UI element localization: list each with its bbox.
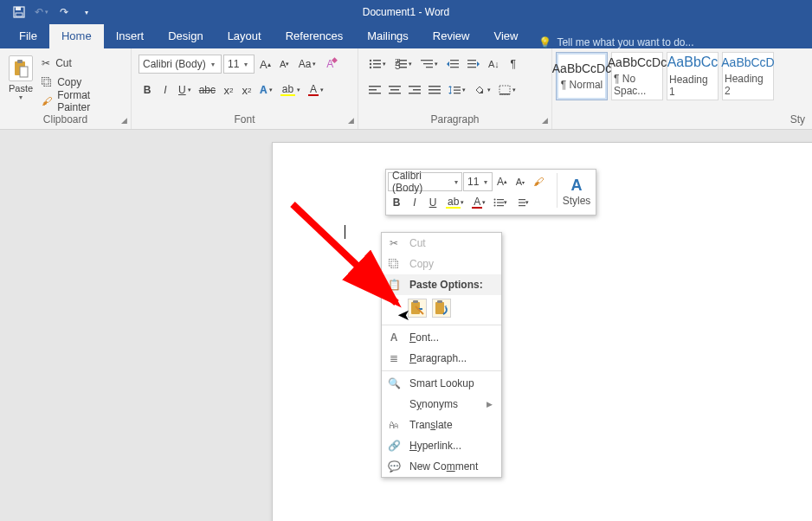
numbering-button[interactable]: 123▾ <box>391 55 416 74</box>
svg-rect-35 <box>409 93 421 94</box>
superscript-button[interactable]: x2 <box>238 80 255 100</box>
mini-format-painter[interactable]: 🖌 <box>530 172 547 191</box>
mini-italic[interactable]: I <box>406 193 423 212</box>
tab-references[interactable]: References <box>274 24 355 48</box>
group-clipboard: Paste ▾ ✂Cut ⿻Copy 🖌Format Painter Clipb… <box>0 48 132 129</box>
cut-button[interactable]: ✂Cut <box>38 55 126 71</box>
borders-button[interactable]: ▾ <box>495 80 519 100</box>
format-painter-button[interactable]: 🖌Format Painter <box>38 93 126 109</box>
svg-rect-11 <box>373 67 381 68</box>
shading-button[interactable]: ▾ <box>470 80 494 100</box>
italic-button[interactable]: I <box>157 80 174 100</box>
tab-file[interactable]: File <box>7 24 49 48</box>
undo-button[interactable]: ↶▾ <box>31 2 52 23</box>
redo-button[interactable]: ↷ <box>54 2 74 23</box>
ctx-translate[interactable]: 🗛Translate <box>382 415 501 435</box>
svg-rect-40 <box>454 87 461 87</box>
style-tile-heading1[interactable]: AaBbCc Heading 1 <box>667 52 719 100</box>
line-spacing-button[interactable]: ▾ <box>445 80 469 100</box>
svg-rect-36 <box>429 86 441 87</box>
ctx-new-comment[interactable]: 💬New Comment <box>382 456 501 477</box>
svg-rect-52 <box>519 203 525 203</box>
mini-styles-button[interactable]: A Styles <box>559 171 594 211</box>
mini-shrink-font[interactable]: A▾ <box>512 172 529 191</box>
clipboard-dialog-launcher[interactable]: ◢ <box>121 114 127 126</box>
align-center-button[interactable] <box>385 80 404 100</box>
svg-rect-22 <box>450 63 459 64</box>
svg-point-49 <box>494 205 496 207</box>
mini-bold[interactable]: B <box>388 193 405 212</box>
paste-dropdown[interactable]: ▾ <box>19 93 23 101</box>
svg-rect-20 <box>426 67 433 68</box>
mini-size-combo[interactable]: 11▾ <box>463 172 493 191</box>
ctx-paragraph[interactable]: ≣Paragraph... <box>382 348 501 369</box>
clear-formatting-button[interactable]: A◆ <box>321 55 338 74</box>
tab-design[interactable]: Design <box>156 24 215 48</box>
tab-mailings[interactable]: Mailings <box>355 24 421 48</box>
font-dialog-launcher[interactable]: ◢ <box>348 114 354 126</box>
align-left-button[interactable] <box>365 80 384 100</box>
sort-button[interactable]: A↓ <box>485 55 503 74</box>
highlight-button[interactable]: ab▾ <box>277 80 304 100</box>
copy-button[interactable]: ⿻Copy <box>38 74 126 90</box>
strikethrough-button[interactable]: abc <box>196 80 219 100</box>
scissors-icon: ✂ <box>387 237 401 249</box>
mini-highlight[interactable]: ab▾ <box>442 193 467 212</box>
qat-customize-button[interactable]: ▾ <box>76 2 97 23</box>
show-hide-button[interactable]: ¶ <box>505 55 522 74</box>
bullets-button[interactable]: ▾ <box>365 55 390 74</box>
style-preview: AaBbCcDc <box>552 61 611 75</box>
ctx-synonyms[interactable]: Synonyms▶ <box>382 394 501 415</box>
mini-underline[interactable]: U <box>424 193 441 212</box>
ctx-smart-lookup[interactable]: 🔍Smart Lookup <box>382 373 501 394</box>
grow-font-button[interactable]: A▴ <box>256 55 274 74</box>
style-tile-heading2[interactable]: AaBbCcD Heading 2 <box>722 52 774 100</box>
multilevel-list-button[interactable]: ▾ <box>417 55 441 74</box>
font-size-combo[interactable]: 11▾ <box>223 55 255 74</box>
tab-home[interactable]: Home <box>49 24 104 48</box>
justify-button[interactable] <box>425 80 444 100</box>
font-color-button[interactable]: A▾ <box>305 80 327 100</box>
style-tile-nospacing[interactable]: AaBbCcDc ¶ No Spac... <box>611 52 663 100</box>
ctx-hyperlink[interactable]: 🔗Hyperlink... <box>382 435 501 456</box>
subscript-button[interactable]: x2 <box>220 80 237 100</box>
bold-button[interactable]: B <box>139 80 156 100</box>
svg-rect-53 <box>519 205 525 206</box>
mini-grow-font[interactable]: A▴ <box>493 172 511 191</box>
decrease-indent-button[interactable] <box>443 55 462 74</box>
tab-insert[interactable]: Insert <box>104 24 157 48</box>
ctx-font[interactable]: AFont... <box>382 327 501 348</box>
increase-indent-button[interactable] <box>464 55 483 74</box>
tab-layout[interactable]: Layout <box>216 24 274 48</box>
ctx-copy: ⿻Copy <box>382 254 501 274</box>
paragraph-dialog-launcher[interactable]: ◢ <box>542 114 548 126</box>
save-button[interactable] <box>9 2 29 23</box>
tell-me-search[interactable]: 💡 Tell me what you want to do... <box>538 36 693 48</box>
mini-font-color[interactable]: A▾ <box>468 193 489 212</box>
paste-keep-text-only[interactable] <box>432 299 451 318</box>
shrink-font-button[interactable]: A▾ <box>276 55 293 74</box>
svg-point-10 <box>370 67 371 68</box>
underline-button[interactable]: U▾ <box>175 80 195 100</box>
style-tile-normal[interactable]: AaBbCcDc ¶ Normal <box>556 52 608 100</box>
svg-rect-43 <box>499 86 510 94</box>
paste-keep-source-formatting[interactable] <box>408 299 427 318</box>
tab-review[interactable]: Review <box>421 24 482 48</box>
text-effects-button[interactable]: A▾ <box>256 80 276 100</box>
mini-numbering[interactable]: ▾ <box>512 193 532 212</box>
svg-rect-31 <box>390 89 399 91</box>
svg-rect-46 <box>497 199 504 200</box>
style-preview: AaBbCcDc <box>608 55 667 69</box>
mini-bullets[interactable]: ▾ <box>490 193 511 212</box>
change-case-button[interactable]: Aa▾ <box>295 55 320 74</box>
mini-font-combo[interactable]: Calibri (Body)▾ <box>388 172 462 191</box>
font-group-label: Font <box>234 113 255 125</box>
align-right-button[interactable] <box>405 80 424 100</box>
tab-view[interactable]: View <box>481 24 530 48</box>
paste-button[interactable]: Paste ▾ <box>5 52 38 101</box>
paste-icon <box>9 55 33 81</box>
style-name: ¶ No Spac... <box>614 73 661 97</box>
font-name-combo[interactable]: Calibri (Body)▾ <box>139 55 222 74</box>
comment-icon: 💬 <box>387 460 401 473</box>
svg-rect-21 <box>450 60 459 61</box>
